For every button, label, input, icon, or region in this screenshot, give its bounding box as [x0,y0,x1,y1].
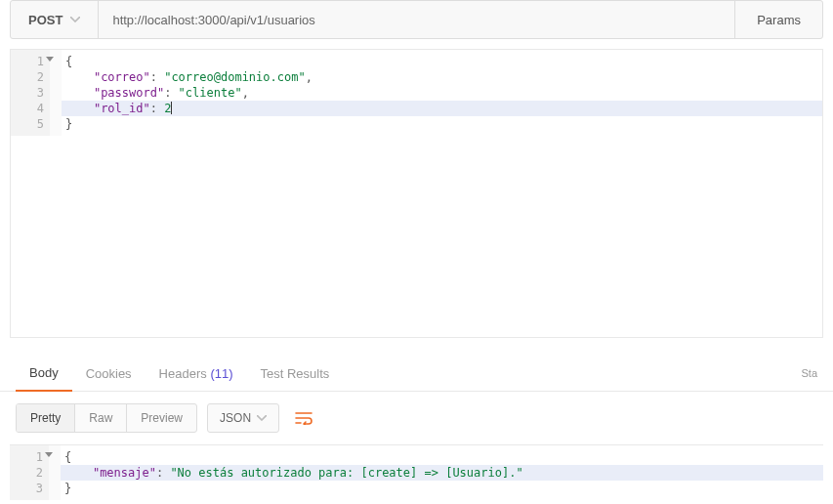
response-body-editor[interactable]: 123 { "mensaje": "No estás autorizado pa… [10,444,823,503]
chevron-down-icon [257,415,267,421]
request-code[interactable]: { "correo": "correo@dominio.com", "passw… [62,50,822,136]
http-method-label: POST [28,13,62,27]
params-button-label: Params [757,13,801,27]
fold-column [50,50,62,136]
wrap-lines-button[interactable] [289,403,318,433]
response-controls: Pretty Raw Preview JSON [0,392,833,444]
raw-button[interactable]: Raw [75,404,127,432]
response-tabs: Body Cookies Headers (11) Test Results S… [0,356,833,392]
request-bar: POST Params [10,0,823,39]
tab-headers-label: Headers [159,366,207,381]
tab-headers-count: (11) [210,366,232,381]
view-mode-group: Pretty Raw Preview [16,403,197,433]
request-gutter: 12345 [11,50,50,136]
params-button[interactable]: Params [734,1,822,38]
response-gutter: 123 [10,445,49,500]
tab-test-results[interactable]: Test Results [247,357,344,391]
tab-cookies[interactable]: Cookies [72,357,146,391]
preview-button[interactable]: Preview [127,404,196,432]
response-status-truncated: Sta [801,367,817,379]
chevron-down-icon [70,17,80,22]
format-select-label: JSON [220,411,251,425]
tab-headers[interactable]: Headers (11) [146,357,247,391]
tab-body[interactable]: Body [16,356,72,392]
http-method-select[interactable]: POST [11,1,99,38]
request-url-input[interactable] [99,1,734,38]
response-code: { "mensaje": "No estás autorizado para: … [61,445,823,500]
format-select[interactable]: JSON [207,403,279,433]
request-body-editor[interactable]: 12345 { "correo": "correo@dominio.com", … [10,49,823,338]
pretty-button[interactable]: Pretty [17,404,75,432]
wrap-icon [295,411,312,425]
